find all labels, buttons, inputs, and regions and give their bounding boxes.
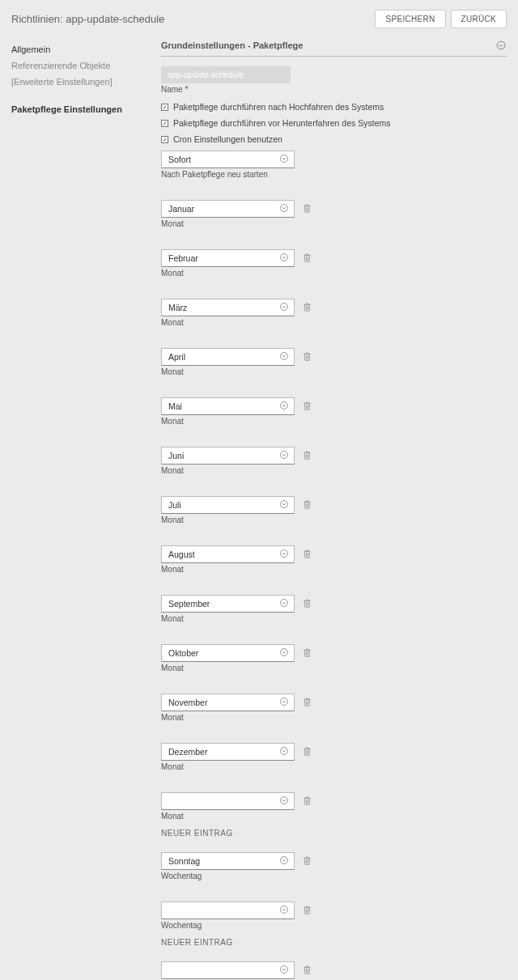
trash-icon[interactable] (303, 965, 312, 976)
svg-point-7 (281, 452, 288, 459)
month-label: Monat (161, 417, 507, 426)
month-value: März (168, 303, 187, 312)
month-value: August (168, 549, 195, 559)
new-entry-month[interactable]: NEUER EINTRAG (161, 829, 507, 838)
month-select[interactable]: März (161, 299, 295, 316)
chevron-down-icon (279, 598, 289, 609)
month-value: Juni (168, 451, 184, 460)
chevron-down-icon (279, 401, 289, 412)
restart-select[interactable]: Sofort (161, 151, 295, 168)
trash-icon[interactable] (303, 302, 312, 313)
chevron-down-icon (279, 154, 289, 165)
new-entry-weekday[interactable]: NEUER EINTRAG (161, 938, 507, 947)
weekday-value: Sonntag (168, 856, 200, 866)
chevron-down-icon (279, 351, 289, 363)
month-value: Mai (168, 401, 182, 411)
trash-icon[interactable] (303, 203, 312, 214)
sidebar-heading: Paketpflege Einstellungen (11, 90, 161, 114)
chevron-down-icon (279, 795, 289, 807)
checkbox-label: Cron Einstellungen benutzen (173, 134, 282, 144)
section-header: Grundeinstellungen - Paketpflege (161, 36, 507, 57)
month-value: Januar (168, 204, 194, 214)
name-input[interactable] (161, 66, 291, 83)
weekday-select[interactable]: Sonntag (161, 852, 295, 870)
month-select[interactable]: Dezember (161, 743, 295, 761)
month-select[interactable]: November (161, 694, 295, 711)
chevron-down-icon (279, 746, 289, 757)
svg-point-1 (281, 155, 288, 163)
month-label: Monat (161, 713, 507, 722)
month-select[interactable]: Juni (161, 447, 295, 465)
sidebar-item-allgemein[interactable]: Allgemein (11, 41, 161, 57)
svg-point-10 (281, 600, 288, 607)
month-label: Monat (161, 565, 507, 574)
month-label: Monat (161, 614, 507, 623)
month-value: Juli (168, 500, 181, 510)
trash-icon[interactable] (303, 647, 312, 659)
sidebar-item-erweiterte[interactable]: [Erweiterte Einstellungen] (11, 74, 161, 90)
month-select[interactable]: April (161, 348, 295, 366)
chevron-down-icon (279, 203, 289, 214)
chevron-down-icon (279, 450, 289, 461)
weekday-label: Wochentag (161, 872, 507, 880)
chevron-down-icon (279, 252, 289, 264)
month-select[interactable]: Januar (161, 200, 295, 218)
trash-icon[interactable] (303, 598, 312, 609)
month-select[interactable]: September (161, 595, 295, 613)
checkbox-row: ✓ Cron Einstellungen benutzen (161, 134, 507, 144)
header-buttons: SPEICHERN ZURÜCK (375, 10, 507, 28)
month-select[interactable]: Oktober (161, 644, 295, 662)
chevron-down-icon (279, 647, 289, 659)
chevron-down-icon (279, 965, 289, 976)
svg-point-6 (281, 402, 288, 409)
checkbox-label: Paketpflege durchführen vor Herunterfahr… (173, 118, 390, 128)
checkbox-row: ✓ Paketpflege durchführen vor Herunterfa… (161, 118, 507, 128)
svg-point-12 (281, 698, 288, 706)
svg-point-8 (281, 501, 288, 508)
trash-icon[interactable] (303, 499, 312, 511)
weekday-select[interactable] (161, 902, 295, 919)
month-select[interactable]: Februar (161, 249, 295, 267)
checkbox[interactable]: ✓ (161, 104, 168, 111)
svg-point-16 (281, 906, 288, 914)
sidebar-item-referenzierende[interactable]: Referenzierende Objekte (11, 57, 161, 74)
svg-point-13 (281, 748, 288, 755)
month-select[interactable]: Juli (161, 496, 295, 514)
trash-icon[interactable] (303, 746, 312, 757)
month-select[interactable]: August (161, 545, 295, 563)
svg-point-3 (281, 254, 288, 261)
trash-icon[interactable] (303, 855, 312, 867)
checkbox-label: Paketpflege durchführen nach Hochfahren … (173, 102, 384, 112)
save-button[interactable]: SPEICHERN (375, 10, 445, 28)
month-select[interactable]: Mai (161, 397, 295, 415)
svg-point-0 (497, 41, 505, 49)
day-select[interactable] (161, 961, 295, 979)
trash-icon[interactable] (303, 450, 312, 461)
month-label: Monat (161, 367, 507, 376)
page-title: Richtlinien: app-update-schedule (11, 13, 164, 25)
section-title: Grundeinstellungen - Paketpflege (161, 40, 303, 50)
checkbox[interactable]: ✓ (161, 136, 168, 143)
month-select[interactable] (161, 792, 295, 810)
trash-icon[interactable] (303, 549, 312, 560)
trash-icon[interactable] (303, 401, 312, 412)
month-value: Februar (168, 253, 198, 263)
month-label: Monat (161, 664, 507, 672)
main-content: Grundeinstellungen - Paketpflege Name * … (161, 36, 507, 980)
trash-icon[interactable] (303, 795, 312, 807)
svg-point-15 (281, 857, 288, 864)
back-button[interactable]: ZURÜCK (451, 10, 507, 28)
trash-icon[interactable] (303, 351, 312, 363)
name-label: Name * (161, 85, 507, 94)
svg-point-14 (281, 797, 288, 804)
trash-icon[interactable] (303, 697, 312, 708)
checkbox[interactable]: ✓ (161, 120, 168, 127)
chevron-down-icon (279, 499, 289, 511)
month-value: November (168, 698, 207, 707)
chevron-down-icon[interactable] (495, 40, 507, 51)
trash-icon[interactable] (303, 905, 312, 916)
month-value: Oktober (168, 648, 198, 658)
checkbox-row: ✓ Paketpflege durchführen nach Hochfahre… (161, 102, 507, 112)
chevron-down-icon (279, 302, 289, 313)
trash-icon[interactable] (303, 252, 312, 264)
